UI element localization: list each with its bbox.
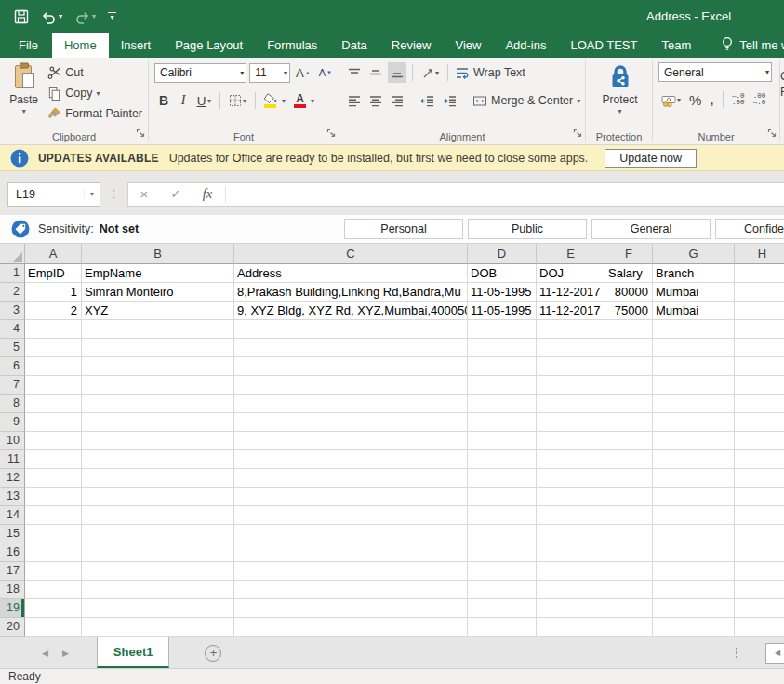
cell-H6[interactable]: [735, 357, 784, 376]
row-header-20[interactable]: 20: [0, 618, 25, 637]
cell-A3[interactable]: 2: [25, 302, 82, 320]
cell-A17[interactable]: [25, 562, 82, 581]
row-header-2[interactable]: 2: [0, 283, 25, 302]
row-header-1[interactable]: 1: [0, 264, 25, 283]
tab-home[interactable]: Home: [52, 33, 109, 58]
comma-style-button[interactable]: ,: [707, 89, 717, 110]
cell-F4[interactable]: [605, 320, 653, 339]
cell-E6[interactable]: [537, 357, 605, 376]
cell-D4[interactable]: [468, 320, 537, 339]
cell-G17[interactable]: [653, 562, 735, 581]
cell-A15[interactable]: [25, 525, 82, 543]
shrink-font-button[interactable]: A▼: [316, 62, 335, 83]
redo-dropdown-icon[interactable]: ▾: [92, 13, 96, 20]
cell-G8[interactable]: [653, 395, 735, 413]
cell-B12[interactable]: [82, 469, 234, 488]
cell-B13[interactable]: [82, 488, 234, 506]
cell-A12[interactable]: [25, 469, 82, 488]
number-dialog-launcher-icon[interactable]: [767, 125, 777, 141]
formula-bar-grip-icon[interactable]: ⋮: [100, 188, 127, 200]
cell-C5[interactable]: [234, 339, 468, 357]
cell-C17[interactable]: [234, 562, 468, 581]
row-header-10[interactable]: 10: [0, 432, 25, 450]
cell-G5[interactable]: [653, 339, 735, 357]
cell-E14[interactable]: [537, 506, 605, 525]
cell-G2[interactable]: Mumbai: [653, 283, 735, 302]
cell-C16[interactable]: [234, 543, 468, 562]
cell-A14[interactable]: [25, 506, 82, 525]
cell-G7[interactable]: [653, 376, 735, 395]
name-box-dropdown-icon[interactable]: ▾: [84, 190, 100, 198]
row-header-18[interactable]: 18: [0, 581, 25, 599]
percent-style-button[interactable]: %: [686, 89, 704, 110]
align-right-button[interactable]: [388, 90, 406, 111]
bold-button[interactable]: B: [154, 90, 173, 111]
decrease-indent-button[interactable]: [418, 90, 437, 111]
cell-H19[interactable]: [735, 599, 784, 618]
cell-C9[interactable]: [234, 413, 468, 432]
cell-G15[interactable]: [653, 525, 735, 543]
underline-button[interactable]: U▾: [193, 90, 214, 111]
cell-A5[interactable]: [25, 339, 82, 357]
cell-G4[interactable]: [653, 320, 735, 339]
cell-D3[interactable]: 11-05-1995: [468, 302, 537, 320]
align-left-button[interactable]: [345, 90, 364, 111]
tab-tell-me-what[interactable]: Tell me what: [709, 33, 784, 58]
row-header-16[interactable]: 16: [0, 543, 25, 562]
cell-A13[interactable]: [25, 488, 82, 506]
cell-H10[interactable]: [735, 432, 784, 450]
tab-page-layout[interactable]: Page Layout: [163, 33, 255, 58]
cell-C6[interactable]: [234, 357, 468, 376]
cell-A20[interactable]: [25, 618, 82, 637]
cell-E11[interactable]: [537, 450, 605, 469]
cell-H1[interactable]: [735, 264, 784, 283]
tab-bar-splitter-icon[interactable]: [736, 648, 738, 659]
column-header-H[interactable]: H: [735, 244, 784, 264]
cell-G6[interactable]: [653, 357, 735, 376]
cell-E9[interactable]: [537, 413, 605, 432]
cell-E2[interactable]: 11-12-2017: [537, 283, 605, 302]
copy-dropdown-icon[interactable]: ▾: [97, 89, 100, 98]
cell-D11[interactable]: [468, 450, 537, 469]
tab-add-ins[interactable]: Add-ins: [493, 33, 558, 58]
cell-F12[interactable]: [605, 469, 653, 488]
cell-C2[interactable]: 8,Prakash Building,Linking Rd,Bandra,Mu: [234, 283, 468, 302]
select-all-corner[interactable]: [0, 244, 25, 264]
undo-dropdown-icon[interactable]: ▾: [59, 13, 62, 20]
cell-F11[interactable]: [605, 450, 653, 469]
column-header-G[interactable]: G: [653, 244, 735, 264]
cell-E17[interactable]: [537, 562, 605, 581]
cell-H4[interactable]: [735, 320, 784, 339]
font-name-combo[interactable]: Calibri▾: [154, 63, 246, 83]
cell-A9[interactable]: [25, 413, 82, 432]
cell-C7[interactable]: [234, 376, 468, 395]
cell-D9[interactable]: [468, 413, 537, 432]
paste-dropdown-icon[interactable]: ▾: [22, 107, 26, 115]
font-color-button[interactable]: A: [292, 90, 308, 111]
cell-H16[interactable]: [735, 543, 784, 562]
insert-function-icon[interactable]: fx: [192, 186, 223, 202]
cell-D2[interactable]: 11-05-1995: [468, 283, 537, 302]
accounting-format-button[interactable]: ▾: [658, 89, 684, 110]
cell-B14[interactable]: [82, 506, 234, 525]
cell-D15[interactable]: [468, 525, 537, 543]
cell-F19[interactable]: [605, 599, 653, 618]
cell-B15[interactable]: [82, 525, 234, 543]
tab-review[interactable]: Review: [379, 33, 444, 58]
cell-C20[interactable]: [234, 618, 468, 637]
row-header-6[interactable]: 6: [0, 357, 25, 376]
cell-E13[interactable]: [537, 488, 605, 506]
cell-D20[interactable]: [468, 618, 537, 637]
cell-B9[interactable]: [82, 413, 234, 432]
alignment-dialog-launcher-icon[interactable]: [573, 125, 582, 141]
cell-E18[interactable]: [537, 581, 605, 599]
cell-D18[interactable]: [468, 581, 537, 599]
cell-D5[interactable]: [468, 339, 537, 357]
paste-button[interactable]: Paste ▾: [6, 62, 42, 129]
cell-C13[interactable]: [234, 488, 468, 506]
cell-G1[interactable]: Branch: [653, 264, 735, 283]
cell-E5[interactable]: [537, 339, 605, 357]
cell-F6[interactable]: [605, 357, 653, 376]
cell-F9[interactable]: [605, 413, 653, 432]
cell-A6[interactable]: [25, 357, 82, 376]
